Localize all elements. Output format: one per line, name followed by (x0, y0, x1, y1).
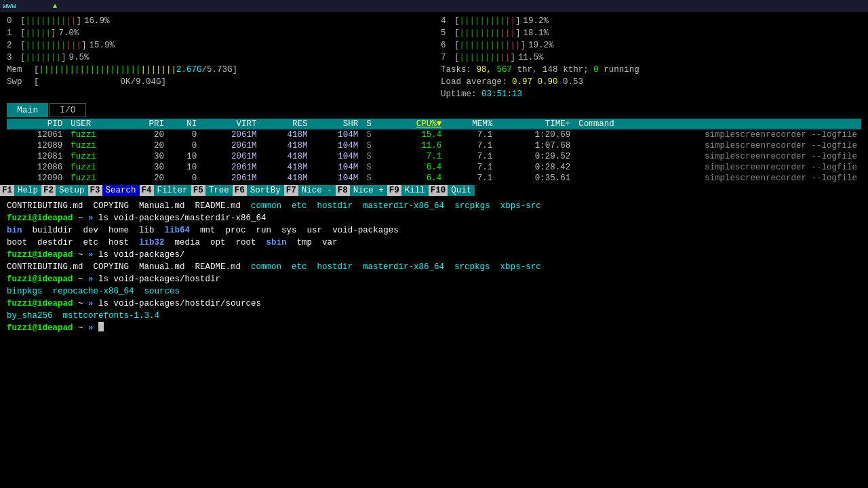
cpu-row-7: 7 [ |||||||| || ] 11.5% (441, 52, 861, 64)
function-bar: F1HelpF2SetupF3SearchF4FilterF5TreeF6Sor… (0, 184, 868, 197)
fname-setup[interactable]: Setup (56, 185, 88, 196)
terminal-text: ~ (73, 273, 89, 285)
col-user[interactable]: USER (66, 119, 126, 129)
table-row[interactable]: 12086 fuzzi 30 10 2061M 418M 104M S 6.4 … (7, 162, 861, 173)
terminal-text: void-packages (332, 224, 399, 237)
cell-ni: 10 (168, 151, 201, 162)
cell-pri: 30 (127, 162, 169, 173)
tab-io[interactable]: I/O (50, 103, 85, 117)
table-row[interactable]: 12081 fuzzi 30 10 2061M 418M 104M S 7.1 … (7, 151, 861, 162)
topbar-battery-icon: ▲ (53, 2, 58, 10)
fname-tree[interactable]: Tree (205, 185, 233, 196)
cpu-row-4: 4 [ ||||||||| || ] 19.2% (441, 15, 861, 27)
terminal-line: fuzzi@ideapad ~ » ls void-packages/hostd… (7, 298, 861, 310)
tasks-row: Tasks: 98, 567 thr, 148 kthr; 0 running (441, 64, 861, 76)
terminal-text: lib32 (139, 237, 165, 249)
table-header-row: PID USER PRI NI VIRT RES SHR S CPU%▼ MEM… (7, 119, 861, 129)
cell-s: S (362, 151, 386, 162)
terminal-text: lib64 (165, 224, 191, 237)
fkey-f6: F6 (233, 185, 247, 196)
col-pri[interactable]: PRI (127, 119, 169, 129)
terminal-text: lib (139, 224, 165, 237)
fkey-f7: F7 (284, 185, 298, 196)
cell-shr: 104M (311, 129, 362, 140)
cell-time: 0:35.61 (496, 173, 574, 184)
col-virt[interactable]: VIRT (201, 119, 260, 129)
cpu-row-6: 6 [ ||||||||| ||| ] 19.2% (441, 39, 861, 52)
col-res[interactable]: RES (260, 119, 311, 129)
fname-nice-[interactable]: Nice - (298, 185, 336, 196)
cpu-left: 0 [ |||||||| || ] 16.9% 1 [ ||||| ] 7.0%… (7, 15, 434, 100)
cell-cmd: simplescreenrecorder --logfile (574, 140, 861, 151)
col-command[interactable]: Command (574, 119, 861, 129)
fname-help[interactable]: Help (14, 185, 41, 196)
cell-pid: 12090 (7, 173, 66, 184)
fname-quit[interactable]: Quit (448, 185, 475, 196)
cell-mem: 7.1 (446, 129, 496, 140)
cell-pid: 12061 (7, 129, 66, 140)
terminal-text: fuzzi@ideapad (7, 273, 73, 285)
cell-virt: 2061M (201, 173, 260, 184)
col-time[interactable]: TIME+ (496, 119, 574, 129)
cell-cpu: 7.1 (386, 151, 446, 162)
terminal-text: fuzzi@ideapad (7, 212, 73, 224)
terminal-text: by_sha256 msttcorefonts-1.3.4 (7, 310, 159, 322)
fname-nice+[interactable]: Nice + (350, 185, 387, 196)
fkey-f8: F8 (336, 185, 350, 196)
cell-user: fuzzi (66, 129, 126, 140)
col-shr[interactable]: SHR (311, 119, 362, 129)
terminal-text: » (88, 273, 94, 285)
fname-sortby[interactable]: SortBy (247, 185, 284, 196)
cell-shr: 104M (311, 173, 362, 184)
cell-time: 1:07.68 (496, 140, 574, 151)
terminal-text: CONTRIBUTING.md COPYING Manual.md README… (7, 261, 251, 273)
terminal-text: ls void-packages/hostdir (94, 273, 221, 285)
fname-search[interactable]: Search (102, 185, 140, 196)
table-row[interactable]: 12090 fuzzi 20 0 2061M 418M 104M S 6.4 7… (7, 173, 861, 184)
cell-cpu: 6.4 (386, 173, 446, 184)
terminal-text: ~ (73, 212, 89, 224)
cell-ni: 0 (168, 129, 201, 140)
cell-cpu: 6.4 (386, 162, 446, 173)
tab-main[interactable]: Main (7, 103, 48, 117)
terminal-text: ls void-packages/masterdir-x86_64 (94, 212, 267, 224)
col-pid[interactable]: PID (7, 119, 66, 129)
terminal-line: binpkgs repocache-x86_64 sources (7, 285, 861, 298)
table-row[interactable]: 12089 fuzzi 20 0 2061M 418M 104M S 11.6 … (7, 140, 861, 151)
cell-s: S (362, 162, 386, 173)
cell-user: fuzzi (66, 140, 126, 151)
col-mem[interactable]: MEM% (446, 119, 496, 129)
terminal-text: binpkgs repocache-x86_64 sources (7, 285, 180, 298)
cell-time: 1:20.69 (496, 129, 574, 140)
terminal-text: common etc hostdir masterdir-x86_64 srcp… (251, 200, 541, 212)
terminal-line: by_sha256 msttcorefonts-1.3.4 (7, 310, 861, 322)
table-row[interactable]: 12061 fuzzi 20 0 2061M 418M 104M S 15.4 … (7, 129, 861, 140)
cpu-row-3: 3 [ ||||||| ] 9.5% (7, 52, 434, 64)
fkey-f4: F4 (140, 185, 154, 196)
terminal-text: COPYING (83, 200, 140, 212)
cell-virt: 2061M (201, 140, 260, 151)
fkey-f3: F3 (88, 185, 102, 196)
col-cpu[interactable]: CPU%▼ (386, 119, 446, 129)
fkey-f5: F5 (191, 185, 205, 196)
terminal-line: CONTRIBUTING.md COPYING Manual.md README… (7, 200, 861, 212)
col-s[interactable]: S (362, 119, 386, 129)
cell-pri: 20 (127, 173, 169, 184)
terminal-text: common etc hostdir masterdir-x86_64 srcp… (251, 261, 541, 273)
terminal-text: boot destdir etc host (7, 237, 139, 249)
fname-kill[interactable]: Kill (401, 185, 429, 196)
cpu-row-2: 2 [ |||||||| ||| ] 15.9% (7, 39, 434, 52)
cell-cmd: simplescreenrecorder --logfile (574, 151, 861, 162)
tabs-row: Main I/O (7, 100, 861, 117)
swp-row: Swp [ 0K / 9.04G ] (7, 76, 434, 88)
cell-virt: 2061M (201, 151, 260, 162)
process-table: PID USER PRI NI VIRT RES SHR S CPU%▼ MEM… (7, 119, 861, 184)
col-ni[interactable]: NI (168, 119, 201, 129)
fname-filter[interactable]: Filter (154, 185, 191, 196)
cell-shr: 104M (311, 140, 362, 151)
terminal-cursor (98, 322, 104, 331)
terminal-text: sbin (267, 237, 287, 249)
load-row: Load average: 0.97 0.90 0.53 (441, 76, 861, 88)
cell-pri: 20 (127, 140, 169, 151)
cell-cpu: 11.6 (386, 140, 446, 151)
